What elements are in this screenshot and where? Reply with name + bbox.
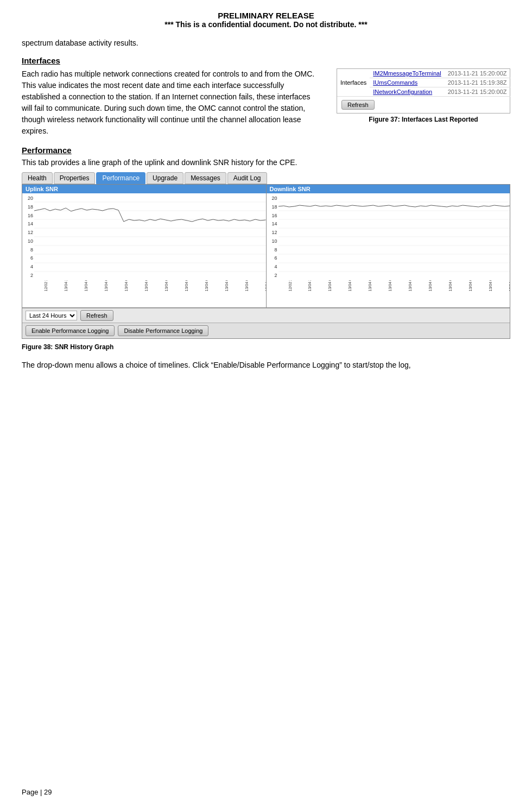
downlink-chart-area: 2018161412108642: [267, 193, 510, 280]
y-axis-label: 16: [23, 213, 33, 218]
downlink-snr-header: Downlink SNR: [267, 185, 510, 193]
performance-desc: This tab provides a line graph of the up…: [22, 158, 510, 167]
interface-name[interactable]: INetworkConfiguration: [370, 87, 444, 97]
y-axis-label: 6: [23, 255, 33, 261]
x-axis-label: 13/04 02:00: [104, 280, 108, 291]
uplink-x-axis: 12/02 22:0013/04 22:0013/04 00:0013/04 0…: [22, 280, 266, 307]
uplink-snr-panel: Uplink SNR 2018161412108642: [22, 185, 267, 307]
downlink-y-axis: 2018161412108642: [267, 193, 278, 280]
tab-performance[interactable]: Performance: [96, 172, 145, 184]
y-axis-label: 20: [268, 196, 277, 201]
tab-properties[interactable]: Properties: [54, 172, 96, 184]
interfaces-table-wrapper: Interfaces IM2MmessageToTerminal 2013-11…: [337, 68, 510, 114]
interfaces-layout: Each radio has multiple network connecti…: [22, 68, 510, 137]
y-axis-label: 16: [268, 213, 277, 218]
page-number: Page | 29: [22, 788, 52, 796]
interface-date: 2013-11-21 15:19:38Z: [445, 78, 510, 87]
x-axis-label: 13/04 04:00: [144, 280, 148, 291]
header-title: PRELIMINARY RELEASE: [22, 11, 510, 20]
x-axis-label: 13/04 10:00: [265, 280, 265, 291]
interfaces-section: Interfaces Each radio has multiple netwo…: [22, 56, 510, 137]
x-axis-label: 13/04 08:00: [469, 280, 473, 291]
y-axis-label: 20: [23, 196, 33, 201]
interface-date: 2013-11-21 15:20:00Z: [445, 87, 510, 97]
uplink-snr-header: Uplink SNR: [22, 185, 266, 193]
downlink-x-axis: 12/02 22:0013/04 22:0013/04 00:0013/04 0…: [267, 280, 510, 307]
x-axis-label: 13/04 03:00: [124, 280, 128, 291]
tab-messages[interactable]: Messages: [185, 172, 226, 184]
interface-date: 2013-11-21 15:20:00Z: [445, 69, 510, 78]
snr-refresh-button[interactable]: Refresh: [80, 310, 113, 321]
perf-buttons-bar: Enable Performance Logging Disable Perfo…: [22, 323, 510, 338]
snr-charts-row: Uplink SNR 2018161412108642: [22, 185, 510, 308]
y-axis-label: 2: [268, 273, 277, 278]
y-axis-label: 2: [23, 273, 33, 278]
snr-bottom-bar: Last 24 Hours Refresh: [22, 308, 510, 323]
header-subtitle: *** This is a confidential document. Do …: [22, 20, 510, 29]
x-axis-label: 12/02 22:00: [44, 280, 48, 291]
y-axis-label: 6: [268, 255, 277, 261]
x-axis-label: 13/04 04:00: [389, 280, 392, 291]
uplink-chart-svg: [34, 193, 266, 280]
performance-title: Performance: [22, 146, 510, 155]
x-axis-label: 13/04 10:00: [509, 280, 510, 291]
enable-performance-logging-button[interactable]: Enable Performance Logging: [26, 325, 115, 336]
x-axis-label: 13/04 00:00: [84, 280, 88, 291]
timeline-dropdown[interactable]: Last 24 Hours: [26, 311, 77, 320]
x-axis-label: 13/04 22:00: [308, 280, 312, 291]
downlink-chart-plot: [278, 193, 510, 280]
tab-upgrade[interactable]: Upgrade: [147, 172, 183, 184]
y-axis-label: 12: [23, 230, 33, 235]
x-axis-label: 13/04 02:00: [349, 280, 352, 291]
tab-health[interactable]: Health: [22, 172, 53, 184]
uplink-chart-area: 2018161412108642: [22, 193, 266, 280]
interfaces-body-text: Each radio has multiple network connecti…: [22, 68, 320, 137]
uplink-chart-plot: [34, 193, 266, 280]
y-axis-label: 10: [23, 238, 33, 244]
interfaces-table: Interfaces IM2MmessageToTerminal 2013-11…: [337, 69, 510, 97]
intro-text: spectrum database activity results.: [22, 39, 510, 47]
interfaces-figure-caption: Figure 37: Interfaces Last Reported: [337, 116, 510, 123]
performance-section: Performance This tab provides a line gra…: [22, 146, 510, 351]
y-axis-label: 4: [23, 264, 33, 269]
x-axis-label: 13/04 22:00: [64, 280, 68, 291]
y-axis-label: 14: [268, 221, 277, 226]
snr-container: Uplink SNR 2018161412108642: [22, 184, 510, 339]
y-axis-label: 4: [268, 264, 277, 269]
downlink-snr-panel: Downlink SNR 2018161412108642: [267, 185, 510, 307]
y-axis-label: 8: [268, 247, 277, 253]
x-axis-label: 13/04 06:00: [429, 280, 433, 291]
x-axis-label: 13/04 05:00: [164, 280, 168, 291]
interfaces-figure: Interfaces IM2MmessageToTerminal 2013-11…: [337, 68, 510, 137]
snr-figure-caption: Figure 38: SNR History Graph: [22, 343, 510, 351]
x-axis-label: 13/04 09:00: [245, 280, 249, 291]
interfaces-title: Interfaces: [22, 56, 510, 65]
tab-audit-log[interactable]: Audit Log: [227, 172, 267, 184]
downlink-chart-svg: [278, 193, 510, 280]
performance-tab-bar: HealthPropertiesPerformanceUpgradeMessag…: [22, 172, 510, 184]
y-axis-label: 8: [23, 247, 33, 253]
y-axis-label: 12: [268, 230, 277, 235]
y-axis-label: 18: [23, 204, 33, 210]
x-axis-label: 13/04 09:00: [489, 280, 493, 291]
x-axis-label: 12/02 22:00: [288, 280, 292, 291]
x-axis-label: 13/04 06:00: [185, 280, 188, 291]
interface-name[interactable]: IUmsCommands: [370, 78, 444, 87]
x-axis-label: 13/04 03:00: [369, 280, 372, 291]
x-axis-label: 13/04 07:00: [205, 280, 208, 291]
x-axis-label: 13/04 08:00: [225, 280, 229, 291]
x-axis-label: 13/04 05:00: [409, 280, 413, 291]
x-axis-label: 13/04 07:00: [449, 280, 453, 291]
x-axis-label: 13/04 00:00: [328, 280, 332, 291]
interfaces-refresh-button[interactable]: Refresh: [341, 100, 375, 110]
disable-performance-logging-button[interactable]: Disable Performance Logging: [118, 325, 208, 336]
y-axis-label: 14: [23, 221, 33, 226]
page-header: PRELIMINARY RELEASE *** This is a confid…: [22, 11, 510, 29]
page-footer: Page | 29: [22, 788, 52, 796]
interfaces-label: Interfaces: [337, 69, 370, 97]
interface-name[interactable]: IM2MmessageToTerminal: [370, 69, 444, 78]
y-axis-label: 18: [268, 204, 277, 210]
conclusion-text: The drop-down menu allows a choice of ti…: [22, 360, 510, 371]
uplink-y-axis: 2018161412108642: [22, 193, 34, 280]
y-axis-label: 10: [268, 238, 277, 244]
